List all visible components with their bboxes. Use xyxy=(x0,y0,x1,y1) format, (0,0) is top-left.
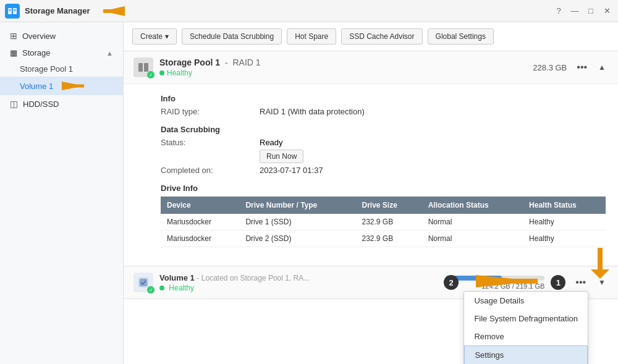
pool-more-button[interactable]: ••• xyxy=(573,61,591,74)
pool-info: Storage Pool 1 - RAID 1 Healthy xyxy=(159,57,527,77)
app-icon xyxy=(5,4,20,19)
table-row: Mariusdocker Drive 1 (SSD) 232.9 GB Norm… xyxy=(161,214,606,231)
close-button[interactable]: ✕ xyxy=(601,5,613,17)
create-dropdown-icon: ▾ xyxy=(165,32,169,41)
drive-health-0: Healthy xyxy=(523,214,606,231)
ssd-cache-button[interactable]: SSD Cache Advisor xyxy=(341,28,422,44)
pool-header: ✓ Storage Pool 1 - RAID 1 Healthy xyxy=(124,51,618,84)
volume-more-button[interactable]: ••• xyxy=(572,276,590,289)
svg-rect-9 xyxy=(62,85,84,88)
svg-rect-13 xyxy=(140,279,147,286)
storage-collapse-icon: ▲ xyxy=(106,49,113,57)
volume-icon: ✓ xyxy=(133,273,153,292)
drive-device-1: Mariusdocker xyxy=(161,231,239,247)
run-now-button[interactable]: Run Now xyxy=(260,150,303,163)
sidebar-item-overview[interactable]: ⊞ Overview xyxy=(0,27,123,44)
content-area: ✓ Storage Pool 1 - RAID 1 Healthy xyxy=(124,51,618,364)
maximize-button[interactable]: □ xyxy=(585,5,597,17)
progress-bar-fill xyxy=(446,276,502,281)
completed-value: 2023-07-17 01:37 xyxy=(260,166,323,175)
volume-check-badge: ✓ xyxy=(147,286,154,294)
volume-status: Healthy xyxy=(159,284,439,292)
hot-spare-button[interactable]: Hot Spare xyxy=(287,28,336,44)
pool-status: Healthy xyxy=(159,69,527,77)
context-usage-details[interactable]: Usage Details xyxy=(464,292,588,310)
raid-type-value: RAID 1 (With data protection) xyxy=(260,107,365,116)
drive-info-section: Drive Info Device Drive Number / Type Dr… xyxy=(161,184,606,247)
pool-icon-wrap: ✓ xyxy=(133,57,153,77)
drive-allocation-1: Normal xyxy=(422,231,523,247)
overview-icon: ⊞ xyxy=(10,31,17,41)
help-button[interactable]: ? xyxy=(552,5,565,17)
col-allocation: Allocation Status xyxy=(422,197,523,214)
volume-collapse-button[interactable]: ▼ xyxy=(596,277,608,288)
pool-size: 228.3 GB xyxy=(533,63,567,72)
pool-collapse-button[interactable]: ▲ xyxy=(596,62,608,73)
drive-table: Device Drive Number / Type Drive Size Al… xyxy=(161,197,606,247)
scrubbing-status-container: Ready Run Now xyxy=(260,138,303,163)
scrubbing-status-value: Ready xyxy=(260,138,303,147)
svg-rect-11 xyxy=(144,63,148,72)
titlebar-controls: ? — □ ✕ xyxy=(552,5,613,17)
sidebar-section-storage[interactable]: ▦ Storage ▲ xyxy=(0,44,123,61)
storage-pool-section: ✓ Storage Pool 1 - RAID 1 Healthy xyxy=(124,51,618,266)
sidebar-item-hdd[interactable]: ◫ HDD/SSD xyxy=(0,95,123,112)
context-defragmentation[interactable]: File System Defragmentation xyxy=(464,310,588,328)
volume-section: ✓ Volume 1 - Located on Storage Pool 1, … xyxy=(124,266,618,299)
drive-number-0: Drive 1 (SSD) xyxy=(239,214,355,231)
storage-pool-label: Storage Pool 1 xyxy=(20,64,73,74)
hdd-label: HDD/SSD xyxy=(23,99,59,109)
scrubbing-status-row: Status: Ready Run Now xyxy=(161,138,606,163)
drive-info-title: Drive Info xyxy=(161,184,606,193)
drive-size-0: 232.9 GB xyxy=(356,214,422,231)
svg-rect-10 xyxy=(138,63,143,72)
data-scrubbing-title: Data Scrubbing xyxy=(161,125,606,134)
volume-status-dot xyxy=(159,286,164,290)
sidebar-item-overview-label: Overview xyxy=(22,32,56,41)
hdd-icon: ◫ xyxy=(10,99,18,109)
col-drive-number: Drive Number / Type xyxy=(239,197,355,214)
progress-text: 124.2 GB / 219.1 GB xyxy=(481,282,544,290)
schedule-button[interactable]: Schedule Data Scrubbing xyxy=(182,28,282,44)
titlebar: Storage Manager ? — □ ✕ xyxy=(0,0,618,22)
context-remove[interactable]: Remove xyxy=(464,328,588,345)
raid-type-label: RAID type: xyxy=(161,107,260,116)
volume-right: 124.2 GB / 219.1 GB 1 ••• ▼ xyxy=(446,275,608,290)
progress-container: 124.2 GB / 219.1 GB xyxy=(446,276,544,290)
progress-bar-wrap xyxy=(446,276,544,281)
data-scrubbing-section: Data Scrubbing Status: Ready Run Now Com… xyxy=(161,125,606,175)
global-settings-button[interactable]: Global Settings xyxy=(428,28,494,44)
completed-label: Completed on: xyxy=(161,166,260,175)
raid-type-row: RAID type: RAID 1 (With data protection) xyxy=(161,107,606,116)
drive-allocation-0: Normal xyxy=(422,214,523,231)
col-drive-size: Drive Size xyxy=(356,197,422,214)
drive-number-1: Drive 2 (SSD) xyxy=(239,231,355,247)
info-section: Info RAID type: RAID 1 (With data protec… xyxy=(161,94,606,116)
svg-rect-5 xyxy=(14,11,16,11)
pool-title: Storage Pool 1 - RAID 1 xyxy=(159,57,527,67)
titlebar-left: Storage Manager xyxy=(5,4,128,19)
drive-device-0: Mariusdocker xyxy=(161,214,239,231)
drive-table-header-row: Device Drive Number / Type Drive Size Al… xyxy=(161,197,606,214)
arrow-annotation-volume xyxy=(59,80,87,92)
pool-details: Info RAID type: RAID 1 (With data protec… xyxy=(124,84,618,266)
col-health: Health Status xyxy=(523,197,606,214)
sidebar-item-volume[interactable]: Volume 1 xyxy=(0,77,123,95)
scrubbing-status-label: Status: xyxy=(161,138,260,163)
context-settings[interactable]: Settings xyxy=(464,345,588,364)
minimize-button[interactable]: — xyxy=(569,5,581,17)
toolbar: Create ▾ Schedule Data Scrubbing Hot Spa… xyxy=(124,22,618,51)
drive-size-1: 232.9 GB xyxy=(356,231,422,247)
volume-label: Volume 1 xyxy=(20,82,53,91)
create-button[interactable]: Create ▾ xyxy=(132,28,177,44)
storage-icon: ▦ xyxy=(10,48,17,57)
app-layout: ⊞ Overview ▦ Storage ▲ Storage Pool 1 Vo… xyxy=(0,22,618,364)
info-section-title: Info xyxy=(161,94,606,103)
pool-status-dot xyxy=(159,70,164,75)
pool-actions: ••• ▲ xyxy=(573,61,608,74)
arrow-annotation-title xyxy=(97,4,128,19)
context-menu: Usage Details File System Defragmentatio… xyxy=(464,291,588,364)
app-title: Storage Manager xyxy=(25,6,90,15)
drive-health-1: Healthy xyxy=(523,231,606,247)
sidebar-item-storage-pool[interactable]: Storage Pool 1 xyxy=(0,61,123,77)
